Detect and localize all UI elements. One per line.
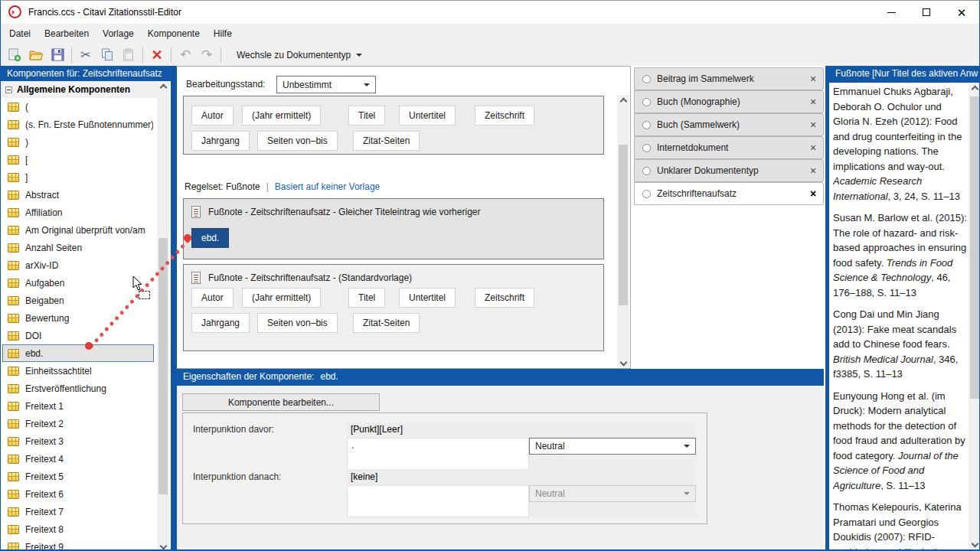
sidebar-item[interactable]: [ <box>2 151 154 168</box>
sidebar-item-label: ] <box>25 172 28 183</box>
sidebar-item-label: (s. Fn. Erste Fußnotennummer) <box>25 119 153 130</box>
template-chip[interactable]: Autor <box>191 288 234 308</box>
template-chip[interactable]: (Jahr ermittelt) <box>242 106 321 126</box>
template-chip[interactable]: Seiten von–bis <box>257 131 338 151</box>
radio-icon[interactable] <box>642 190 651 198</box>
copy-icon[interactable] <box>97 46 117 64</box>
menu-item-hilfe[interactable]: Hilfe <box>207 25 239 42</box>
radio-icon[interactable] <box>642 98 651 106</box>
close-tab-icon[interactable]: × <box>803 142 823 154</box>
sidebar-item[interactable]: Freitext 1 <box>2 397 154 415</box>
scroll-down-icon[interactable] <box>969 537 980 549</box>
sidebar-item[interactable]: Freitext 4 <box>2 450 154 468</box>
save-icon[interactable] <box>47 46 67 64</box>
template-chip[interactable]: Titel <box>348 106 385 126</box>
preview-scrollbar[interactable] <box>969 83 980 549</box>
scroll-up-icon[interactable] <box>969 83 980 95</box>
sidebar-item[interactable]: Bewertung <box>2 309 154 327</box>
sidebar-item[interactable]: DOI <box>2 327 154 344</box>
sidebar-group-header[interactable]: Allgemeine Komponenten <box>1 81 157 98</box>
template-chip[interactable]: Titel <box>348 288 385 308</box>
menu-item-vorlage[interactable]: Vorlage <box>96 25 141 42</box>
sidebar-item[interactable]: Am Original überprüft von/am <box>2 221 154 239</box>
delete-icon[interactable]: ✕ <box>147 46 167 64</box>
sidebar-item[interactable]: Freitext 3 <box>2 432 154 450</box>
radio-icon[interactable] <box>642 75 651 83</box>
doc-type-tab[interactable]: Unklarer Dokumententyp× <box>634 159 824 182</box>
sidebar-item[interactable]: ] <box>2 168 154 186</box>
maximize-button[interactable] <box>909 1 944 24</box>
new-style-icon[interactable] <box>5 46 24 64</box>
scroll-up-icon[interactable] <box>157 81 169 93</box>
doc-type-tab[interactable]: Buch (Sammelwerk)× <box>634 113 824 136</box>
template-chip[interactable]: Zitat-Seiten <box>353 313 420 333</box>
sidebar-item[interactable]: ebd. <box>2 344 154 362</box>
punctuation-before-style-dropdown[interactable]: Neutral <box>529 438 696 455</box>
edit-component-button[interactable]: Komponente bearbeiten... <box>182 393 380 411</box>
sidebar-item[interactable]: Freitext 2 <box>2 415 154 432</box>
sidebar-item[interactable]: Abstract <box>2 186 154 204</box>
template-chip[interactable]: Seiten von–bis <box>257 313 338 333</box>
sidebar-item[interactable]: ) <box>2 133 154 151</box>
doc-type-tab[interactable]: Zeitschriftenaufsatz× <box>634 182 824 205</box>
sidebar-item[interactable]: Aufgaben <box>2 274 154 292</box>
menu-item-bearbeiten[interactable]: Bearbeiten <box>38 25 96 42</box>
sidebar-item[interactable]: Einheitssachtitel <box>2 362 154 380</box>
template-chip[interactable]: Untertitel <box>399 106 456 126</box>
template-chip[interactable]: Autor <box>191 106 234 126</box>
close-tab-icon[interactable]: × <box>803 165 823 177</box>
sidebar-item[interactable]: Erstveröffentlichung <box>2 380 154 397</box>
template-chip[interactable]: Zeitschrift <box>475 288 534 308</box>
doc-type-tab[interactable]: Buch (Monographie)× <box>634 90 824 113</box>
close-tab-icon[interactable]: × <box>803 73 823 85</box>
close-tab-icon[interactable]: × <box>803 119 823 131</box>
close-button[interactable]: ✕ <box>944 1 979 24</box>
open-icon[interactable] <box>26 46 46 64</box>
close-tab-icon[interactable]: × <box>803 187 823 200</box>
sidebar-scrollbar[interactable] <box>157 81 169 551</box>
punctuation-after-style-dropdown[interactable]: Neutral <box>529 485 696 502</box>
undo-icon[interactable]: ↶ <box>175 46 195 64</box>
bearbeitungsstand-dropdown[interactable]: Unbestimmt <box>276 76 376 93</box>
menu-item-komponente[interactable]: Komponente <box>141 25 207 42</box>
paste-icon[interactable] <box>119 46 139 64</box>
sidebar-item[interactable]: (s. Fn. Erste Fußnotennummer) <box>2 116 154 133</box>
redo-icon[interactable]: ↷ <box>197 46 217 64</box>
template-chip[interactable]: ebd. <box>191 228 229 248</box>
collapse-icon[interactable] <box>5 86 12 93</box>
main-scrollbar[interactable] <box>617 95 629 368</box>
template-chip[interactable]: Zeitschrift <box>475 106 534 126</box>
scroll-down-icon[interactable] <box>617 356 629 368</box>
sidebar-item[interactable]: ( <box>2 98 154 116</box>
doc-type-tab[interactable]: Beitrag im Sammelwerk× <box>634 67 824 90</box>
preview-scrollbar-thumb[interactable] <box>970 96 979 399</box>
sidebar-item[interactable]: Freitext 7 <box>2 503 154 520</box>
minimize-button[interactable] <box>874 1 909 24</box>
doc-type-dropdown-label: Wechsle zu Dokumententyp <box>237 50 351 60</box>
punctuation-before-input[interactable]: . <box>347 438 529 470</box>
template-chip[interactable]: Untertitel <box>399 288 456 308</box>
regelset-template-link[interactable]: Basiert auf keiner Vorlage <box>275 181 380 192</box>
sidebar-item[interactable]: Freitext 6 <box>2 485 154 503</box>
template-chip[interactable]: Zitat-Seiten <box>353 131 420 151</box>
template-chip[interactable]: Jahrgang <box>191 131 250 151</box>
doc-type-dropdown[interactable]: Wechsle zu Dokumententyp <box>230 47 368 63</box>
punctuation-after-input[interactable] <box>347 485 529 517</box>
close-tab-icon[interactable]: × <box>803 96 823 108</box>
template-chip[interactable]: Jahrgang <box>191 313 250 333</box>
radio-icon[interactable] <box>642 144 651 152</box>
sidebar-item[interactable]: Affiliation <box>2 204 154 221</box>
sidebar-item[interactable]: arXiv-ID <box>2 256 154 274</box>
sidebar-item[interactable]: Anzahl Seiten <box>2 239 154 256</box>
main-scrollbar-thumb[interactable] <box>619 145 628 305</box>
sidebar-scrollbar-thumb[interactable] <box>158 238 168 494</box>
scroll-up-icon[interactable] <box>617 95 629 107</box>
template-chip[interactable]: (Jahr ermittelt) <box>242 288 321 308</box>
sidebar-item[interactable]: Freitext 8 <box>2 520 154 538</box>
radio-icon[interactable] <box>642 167 651 175</box>
menu-item-datei[interactable]: Datei <box>2 25 38 42</box>
doc-type-tab[interactable]: Internetdokument× <box>634 136 824 159</box>
sidebar-item[interactable]: Freitext 5 <box>2 468 154 485</box>
radio-icon[interactable] <box>642 121 651 129</box>
cut-icon[interactable]: ✂ <box>76 46 96 64</box>
